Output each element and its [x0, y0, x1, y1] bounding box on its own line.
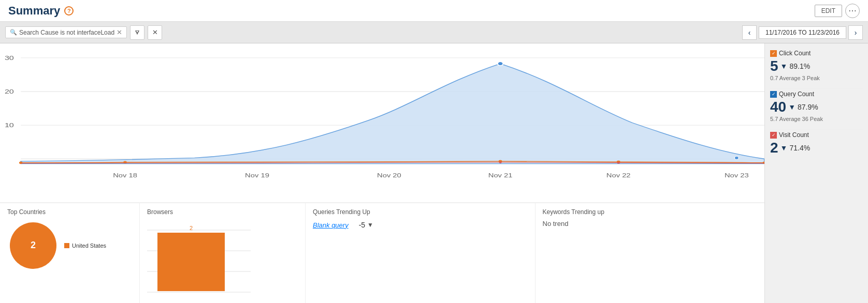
svg-point-20 — [499, 161, 501, 163]
next-date-button[interactable]: › — [848, 25, 863, 40]
header-left: Summary ? — [8, 4, 74, 18]
pie-chart: 2 — [7, 220, 59, 271]
svg-text:20: 20 — [5, 88, 14, 95]
query-count-stat: ✓ Query Count 40 ▼ 87.9% 5.7 Average 36 … — [770, 90, 863, 122]
filter-bar: 🔍 Search Cause is not interfaceLoad ✕ ⛛ … — [0, 22, 868, 43]
visit-count-value: 2 — [770, 140, 778, 156]
click-count-legend: ✓ Click Count — [770, 50, 863, 57]
filter-tag: 🔍 Search Cause is not interfaceLoad ✕ — [5, 26, 127, 38]
svg-point-13 — [498, 62, 503, 65]
chart-and-bottom: 30 20 10 Nov 18 Nov 19 Nov 20 Nov 21 Nov… — [0, 43, 764, 303]
click-count-checkbox[interactable]: ✓ — [770, 50, 777, 57]
svg-text:2: 2 — [31, 240, 36, 250]
query-row: Blank query -5 ▼ — [313, 221, 528, 229]
filter-close-icon[interactable]: ✕ — [117, 28, 122, 36]
funnel-icon: ⛛ — [134, 28, 141, 36]
visit-count-stat: ✓ Visit Count 2 ▼ 71.4% — [770, 131, 863, 156]
trend-number: -5 — [359, 221, 365, 229]
svg-point-21 — [617, 162, 620, 164]
no-trend-label: No trend — [543, 220, 758, 228]
divider-2 — [770, 129, 863, 130]
top-countries-title: Top Countries — [7, 208, 132, 216]
click-count-label: Click Count — [779, 50, 811, 57]
clear-icon: ✕ — [152, 28, 158, 36]
help-icon[interactable]: ? — [64, 6, 74, 16]
query-count-legend: ✓ Query Count — [770, 90, 863, 98]
svg-text:2: 2 — [190, 225, 193, 231]
visit-count-down-icon: ▼ — [780, 144, 788, 152]
svg-text:10: 10 — [5, 122, 14, 128]
visit-count-checkbox[interactable]: ✓ — [770, 132, 777, 139]
bottom-panels: Top Countries 2 United States — [0, 202, 764, 303]
query-count-label: Query Count — [779, 90, 814, 98]
chart-area: 30 20 10 Nov 18 Nov 19 Nov 20 Nov 21 Nov… — [0, 43, 764, 202]
query-count-checkbox[interactable]: ✓ — [770, 91, 777, 98]
prev-date-button[interactable]: ‹ — [742, 25, 757, 40]
more-icon: ⋯ — [848, 6, 857, 16]
svg-text:Nov 18: Nov 18 — [113, 173, 137, 178]
svg-text:30: 30 — [5, 54, 14, 61]
pie-dot — [64, 243, 69, 248]
filter-funnel-button[interactable]: ⛛ — [130, 25, 144, 40]
browsers-panel: Browsers 2 — [140, 203, 306, 303]
search-icon: 🔍 — [10, 29, 17, 36]
main-chart: 30 20 10 Nov 18 Nov 19 Nov 20 Nov 21 Nov… — [0, 43, 764, 202]
click-count-value: 5 — [770, 58, 778, 74]
filter-right: ‹ 11/17/2016 TO 11/23/2016 › — [742, 25, 863, 40]
svg-rect-28 — [157, 233, 225, 291]
pie-legend-item: United States — [64, 243, 106, 249]
query-count-pct: 87.9% — [798, 103, 818, 111]
query-count-down-icon: ▼ — [788, 103, 795, 111]
queries-trending-title: Queries Trending Up — [313, 208, 528, 216]
stats-panel: ✓ Click Count 5 ▼ 89.1% 0.7 Average 3 Pe… — [764, 43, 868, 303]
filter-clear-button[interactable]: ✕ — [148, 25, 162, 40]
page-title: Summary — [8, 4, 60, 18]
header: Summary ? EDIT ⋯ — [0, 0, 868, 22]
date-range-label: 11/17/2016 TO 11/23/2016 — [759, 26, 846, 39]
blank-query-link[interactable]: Blank query — [313, 221, 349, 229]
page-wrapper: Summary ? EDIT ⋯ 🔍 Search Cause is not i… — [0, 0, 868, 303]
pie-legend: United States — [64, 243, 106, 249]
svg-text:Nov 23: Nov 23 — [725, 173, 749, 178]
filter-tag-label: Search Cause is not interfaceLoad — [19, 29, 114, 36]
pie-container: 2 United States — [7, 220, 132, 271]
visit-count-label: Visit Count — [779, 131, 809, 139]
browsers-title: Browsers — [147, 208, 298, 216]
trend-value: -5 ▼ — [359, 221, 373, 229]
svg-point-14 — [734, 157, 739, 160]
more-button[interactable]: ⋯ — [845, 4, 860, 18]
keywords-trending-panel: Keywords Trending up No trend — [536, 203, 765, 303]
svg-point-15 — [19, 161, 23, 164]
visit-count-legend: ✓ Visit Count — [770, 131, 863, 139]
svg-text:Nov 19: Nov 19 — [245, 173, 269, 178]
click-count-stat: ✓ Click Count 5 ▼ 89.1% 0.7 Average 3 Pe… — [770, 50, 863, 81]
svg-text:Nov 20: Nov 20 — [377, 173, 401, 178]
bar-chart-area: 2 Chrome — [147, 220, 298, 303]
visit-count-pct: 71.4% — [789, 144, 810, 152]
queries-trending-panel: Queries Trending Up Blank query -5 ▼ — [306, 203, 536, 303]
click-count-down-icon: ▼ — [780, 62, 788, 70]
filter-left: 🔍 Search Cause is not interfaceLoad ✕ ⛛ … — [5, 25, 162, 40]
svg-text:Nov 21: Nov 21 — [488, 173, 513, 178]
content-area: 30 20 10 Nov 18 Nov 19 Nov 20 Nov 21 Nov… — [0, 43, 868, 303]
svg-text:Nov 22: Nov 22 — [606, 173, 631, 178]
query-count-value: 40 — [770, 99, 786, 115]
keywords-trending-title: Keywords Trending up — [543, 208, 758, 216]
top-countries-panel: Top Countries 2 United States — [0, 203, 140, 303]
header-right: EDIT ⋯ — [815, 4, 860, 18]
query-count-main: 40 ▼ 87.9% — [770, 99, 863, 115]
divider-1 — [770, 88, 863, 89]
pie-legend-label: United States — [72, 243, 106, 249]
visit-count-main: 2 ▼ 71.4% — [770, 140, 863, 156]
bar-chart: 2 — [147, 220, 251, 302]
query-count-sub: 5.7 Average 36 Peak — [770, 116, 863, 122]
edit-button[interactable]: EDIT — [815, 5, 842, 17]
trend-arrow-icon: ▼ — [367, 221, 373, 229]
click-count-sub: 0.7 Average 3 Peak — [770, 75, 863, 81]
click-count-main: 5 ▼ 89.1% — [770, 58, 863, 74]
click-count-pct: 89.1% — [789, 62, 810, 70]
